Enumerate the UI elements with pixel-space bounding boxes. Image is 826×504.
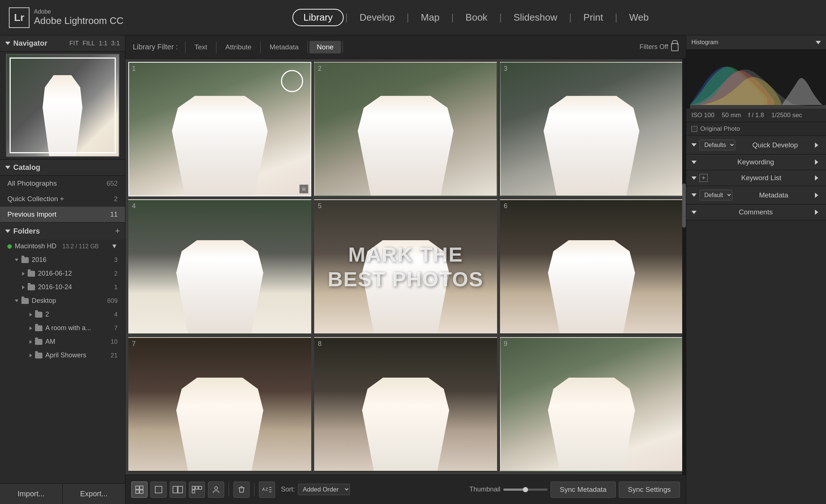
photo-cell-1[interactable]: 1 ⊞ bbox=[128, 62, 311, 196]
keywording-section[interactable]: Keywording bbox=[686, 154, 826, 170]
nav-sep-6: | bbox=[613, 12, 619, 23]
filter-text-btn[interactable]: Text bbox=[187, 41, 215, 53]
nav-fill[interactable]: FILL bbox=[83, 40, 95, 47]
quick-develop-section[interactable]: Defaults Quick Develop bbox=[686, 136, 826, 154]
toolbar-survey-view[interactable] bbox=[189, 482, 205, 498]
folder-2[interactable]: 2 4 bbox=[0, 308, 125, 321]
folder-2016[interactable]: 2016 3 bbox=[0, 253, 125, 267]
thumbnail-slider[interactable] bbox=[503, 489, 548, 491]
folder-2016-10-24[interactable]: 2016-10-24 1 bbox=[0, 280, 125, 294]
folder-a-room[interactable]: A room with a... 7 bbox=[0, 321, 125, 335]
folders-hd-row[interactable]: Macintosh HD 13.2 / 112 GB ▼ bbox=[0, 239, 125, 253]
bride-body-1 bbox=[170, 96, 270, 196]
filter-attribute-btn[interactable]: Attribute bbox=[218, 41, 259, 53]
lock-icon[interactable] bbox=[671, 43, 678, 51]
collapse-right-panel[interactable]: ▶ bbox=[686, 259, 686, 281]
tab-print[interactable]: Print bbox=[573, 9, 613, 26]
original-photo-checkbox[interactable] bbox=[691, 126, 697, 132]
metadata-dropdown[interactable]: Default bbox=[700, 190, 732, 200]
folder-desktop[interactable]: Desktop 609 bbox=[0, 294, 125, 308]
photo-num-2: 2 bbox=[318, 65, 322, 73]
toolbar-grid-view[interactable] bbox=[131, 482, 148, 498]
folder-icon-2016-10-24 bbox=[28, 284, 35, 290]
navigator-controls[interactable]: FIT FILL 1:1 3:1 bbox=[69, 40, 120, 47]
keyword-list-add-btn[interactable]: + bbox=[700, 174, 708, 182]
sync-metadata-button[interactable]: Sync Metadata bbox=[551, 482, 616, 498]
filters-off-area: Filters Off bbox=[639, 43, 678, 51]
thumb-slider-handle[interactable] bbox=[523, 487, 528, 492]
folder-am[interactable]: AM 10 bbox=[0, 335, 125, 349]
sync-settings-button[interactable]: Sync Settings bbox=[619, 482, 680, 498]
histogram-collapse[interactable] bbox=[816, 41, 821, 44]
folder-april-showers-count: 21 bbox=[111, 352, 118, 359]
nav-fit[interactable]: FIT bbox=[69, 40, 79, 47]
photo-cell-5[interactable]: 5 MARK THEBEST PHOTOS bbox=[314, 199, 497, 334]
keyword-list-section[interactable]: + Keyword List bbox=[686, 170, 826, 186]
quick-develop-dropdown[interactable]: Defaults bbox=[700, 140, 735, 150]
catalog-label: Catalog bbox=[13, 163, 40, 172]
comments-triangle bbox=[691, 211, 697, 214]
tab-book[interactable]: Book bbox=[455, 9, 498, 26]
filter-metadata-btn[interactable]: Metadata bbox=[262, 41, 306, 53]
metadata-section[interactable]: Default Metadata bbox=[686, 186, 826, 204]
filter-none-btn[interactable]: None bbox=[309, 41, 341, 53]
svg-rect-0 bbox=[136, 486, 139, 489]
toolbar-delete[interactable] bbox=[233, 482, 250, 498]
folder-icon-april-showers bbox=[35, 353, 42, 358]
tab-slideshow[interactable]: Slideshow bbox=[503, 9, 568, 26]
metadata-collapse[interactable] bbox=[815, 193, 821, 198]
folders-title: Folders bbox=[5, 227, 40, 235]
tab-develop[interactable]: Develop bbox=[349, 9, 405, 26]
catalog-all-photographs[interactable]: All Photographs 652 bbox=[0, 176, 125, 191]
comments-collapse[interactable] bbox=[815, 210, 821, 215]
tab-map[interactable]: Map bbox=[410, 9, 450, 26]
catalog-quick-collection[interactable]: Quick Collection + 2 bbox=[0, 191, 125, 207]
folder-2016-count: 3 bbox=[114, 256, 118, 264]
hist-aperture: f / 1.8 bbox=[748, 112, 764, 119]
bride-body-7 bbox=[174, 378, 265, 471]
folder-icon-2 bbox=[35, 312, 42, 318]
center-scroll-thumb[interactable] bbox=[682, 183, 686, 228]
compare-icon bbox=[173, 486, 183, 494]
hd-dropdown[interactable]: ▼ bbox=[111, 242, 118, 250]
photo-cell-8[interactable]: 8 bbox=[314, 337, 497, 472]
photo-cell-9[interactable]: 9 bbox=[500, 337, 683, 472]
quick-develop-collapse[interactable] bbox=[815, 143, 821, 148]
folder-icon-desktop bbox=[21, 298, 29, 304]
toolbar-people-view[interactable] bbox=[208, 482, 224, 498]
nav-sep-4: | bbox=[498, 12, 503, 23]
folder-april-showers[interactable]: April Showers 21 bbox=[0, 349, 125, 362]
folder-2016-06-12[interactable]: 2016-06-12 2 bbox=[0, 267, 125, 280]
photo-cell-7[interactable]: 7 bbox=[128, 337, 311, 472]
export-button[interactable]: Export... bbox=[63, 484, 125, 504]
folders-add-btn[interactable]: + bbox=[115, 226, 120, 236]
sort-area: Sort: Added Order Capture Time Edit Time… bbox=[281, 484, 350, 495]
folder-desktop-count: 609 bbox=[107, 297, 118, 305]
keyword-list-collapse[interactable] bbox=[815, 175, 821, 181]
tab-library[interactable]: Library bbox=[292, 9, 344, 26]
toolbar-sort-az[interactable]: A Z bbox=[259, 482, 275, 498]
comments-section[interactable]: Comments bbox=[686, 204, 826, 220]
svg-rect-9 bbox=[195, 486, 198, 489]
catalog-previous-import[interactable]: Previous Import 11 bbox=[0, 207, 125, 222]
center-scrollbar[interactable] bbox=[682, 59, 686, 475]
toolbar-compare-view[interactable] bbox=[170, 482, 186, 498]
catalog-title: Catalog bbox=[5, 163, 40, 172]
photo-cell-2[interactable]: 2 bbox=[314, 62, 497, 196]
toolbar-loupe-view[interactable] bbox=[150, 482, 167, 498]
sort-dropdown[interactable]: Added Order Capture Time Edit Time File … bbox=[298, 484, 350, 495]
photo-cell-3[interactable]: 3 bbox=[500, 62, 683, 196]
keyword-list-label: Keyword List bbox=[741, 174, 781, 182]
import-button[interactable]: Import... bbox=[0, 484, 63, 504]
nav-3-1[interactable]: 3:1 bbox=[111, 40, 120, 47]
tab-web[interactable]: Web bbox=[619, 9, 659, 26]
keywording-collapse[interactable] bbox=[815, 160, 821, 165]
filter-sep-5 bbox=[343, 41, 343, 53]
nav-1-1[interactable]: 1:1 bbox=[99, 40, 108, 47]
photo-cell-6[interactable]: 6 bbox=[500, 199, 683, 334]
metadata-left: Default bbox=[691, 190, 732, 200]
catalog-quick-collection-label: Quick Collection + bbox=[7, 195, 64, 203]
svg-rect-8 bbox=[192, 486, 195, 489]
photo-cell-4[interactable]: 4 bbox=[128, 199, 311, 334]
photo-num-9: 9 bbox=[504, 340, 507, 348]
